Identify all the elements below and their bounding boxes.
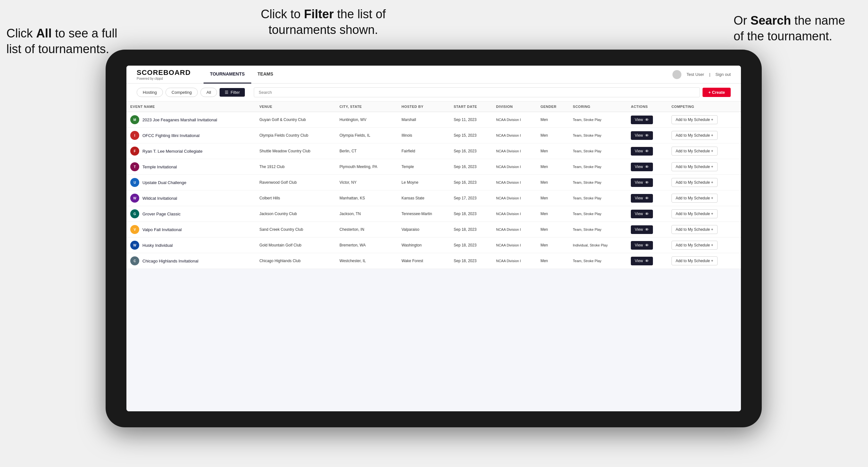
cell-division-5: NCAA Division I — [492, 190, 537, 206]
table-header-row: EVENT NAME VENUE CITY, STATE HOSTED BY S… — [126, 101, 741, 112]
add-schedule-button-0[interactable]: Add to My Schedule + — [672, 115, 718, 124]
tab-hosting[interactable]: Hosting — [137, 88, 163, 97]
add-schedule-button-4[interactable]: Add to My Schedule + — [672, 178, 718, 187]
cell-hosted-by-3: Temple — [398, 159, 450, 175]
eye-icon-1: 👁 — [645, 133, 649, 138]
cell-city-state-9: Westchester, IL — [336, 253, 398, 269]
add-schedule-label-0: Add to My Schedule + — [676, 118, 713, 122]
cell-venue-4: Ravenwood Golf Club — [255, 175, 335, 190]
cell-event-name-2: F Ryan T. Lee Memorial Collegiate — [126, 144, 255, 159]
cell-event-name-4: U Upstate Dual Challenge — [126, 175, 255, 190]
view-label-8: View — [635, 243, 643, 247]
cell-competing-9: Add to My Schedule + — [668, 253, 741, 269]
add-schedule-button-1[interactable]: Add to My Schedule + — [672, 131, 718, 140]
nav-links: TOURNAMENTS TEAMS — [204, 66, 673, 84]
table-row: I OFCC Fighting Illini Invitational Olym… — [126, 128, 741, 144]
add-schedule-button-6[interactable]: Add to My Schedule + — [672, 209, 718, 218]
sign-out-link[interactable]: Sign out — [715, 72, 731, 77]
cell-city-state-3: Plymouth Meeting, PA — [336, 159, 398, 175]
cell-actions-8: View 👁 — [627, 238, 668, 253]
cell-city-state-4: Victor, NY — [336, 175, 398, 190]
cell-actions-5: View 👁 — [627, 190, 668, 206]
add-schedule-button-7[interactable]: Add to My Schedule + — [672, 225, 718, 234]
tab-all[interactable]: All — [200, 88, 217, 97]
cell-gender-2: Men — [537, 144, 569, 159]
view-label-7: View — [635, 227, 643, 232]
view-button-0[interactable]: View 👁 — [631, 116, 653, 124]
add-schedule-label-3: Add to My Schedule + — [676, 164, 713, 169]
col-division: DIVISION — [492, 101, 537, 112]
cell-venue-7: Sand Creek Country Club — [255, 222, 335, 238]
view-button-4[interactable]: View 👁 — [631, 178, 653, 187]
search-input[interactable] — [254, 87, 700, 97]
cell-division-3: NCAA Division I — [492, 159, 537, 175]
view-button-3[interactable]: View 👁 — [631, 163, 653, 171]
table-row: G Grover Page Classic Jackson Country Cl… — [126, 206, 741, 222]
cell-division-1: NCAA Division I — [492, 128, 537, 144]
cell-gender-0: Men — [537, 112, 569, 128]
event-name-text-9: Chicago Highlands Invitational — [143, 259, 198, 263]
cell-hosted-by-4: Le Moyne — [398, 175, 450, 190]
tab-competing[interactable]: Competing — [165, 88, 198, 97]
table-row: U Upstate Dual Challenge Ravenwood Golf … — [126, 175, 741, 190]
table-row: M 2023 Joe Feaganes Marshall Invitationa… — [126, 112, 741, 128]
view-label-4: View — [635, 180, 643, 185]
view-button-1[interactable]: View 👁 — [631, 131, 653, 140]
add-schedule-button-2[interactable]: Add to My Schedule + — [672, 147, 718, 156]
add-schedule-button-3[interactable]: Add to My Schedule + — [672, 162, 718, 171]
view-button-5[interactable]: View 👁 — [631, 194, 653, 203]
filter-button[interactable]: ☰ Filter — [220, 88, 245, 97]
nav-link-tournaments[interactable]: TOURNAMENTS — [204, 66, 251, 84]
team-logo-5: W — [130, 194, 139, 203]
cell-hosted-by-0: Marshall — [398, 112, 450, 128]
cell-actions-7: View 👁 — [627, 222, 668, 238]
add-schedule-button-9[interactable]: Add to My Schedule + — [672, 256, 718, 266]
cell-event-name-7: V Valpo Fall Invitational — [126, 222, 255, 238]
nav-right: Test User | Sign out — [673, 70, 731, 79]
add-schedule-button-5[interactable]: Add to My Schedule + — [672, 194, 718, 203]
cell-division-9: NCAA Division I — [492, 253, 537, 269]
cell-event-name-8: W Husky Individual — [126, 238, 255, 253]
view-button-7[interactable]: View 👁 — [631, 225, 653, 234]
col-scoring: SCORING — [569, 101, 627, 112]
view-button-2[interactable]: View 👁 — [631, 147, 653, 156]
cell-scoring-2: Team, Stroke Play — [569, 144, 627, 159]
tablet-frame: SCOREBOARD Powered by clippd TOURNAMENTS… — [105, 50, 762, 427]
cell-hosted-by-1: Illinois — [398, 128, 450, 144]
view-button-9[interactable]: View 👁 — [631, 257, 653, 266]
logo-area: SCOREBOARD Powered by clippd — [137, 68, 191, 80]
eye-icon-6: 👁 — [645, 212, 649, 216]
event-name-text-2: Ryan T. Lee Memorial Collegiate — [143, 149, 203, 154]
cell-city-state-0: Huntington, WV — [336, 112, 398, 128]
logo-text: SCOREBOARD — [137, 68, 191, 77]
cell-competing-7: Add to My Schedule + — [668, 222, 741, 238]
cell-event-name-0: M 2023 Joe Feaganes Marshall Invitationa… — [126, 112, 255, 128]
nav-link-teams[interactable]: TEAMS — [251, 66, 280, 84]
cell-competing-3: Add to My Schedule + — [668, 159, 741, 175]
cell-gender-9: Men — [537, 253, 569, 269]
table-row: T Temple Invitational The 1912 Club Plym… — [126, 159, 741, 175]
eye-icon-7: 👁 — [645, 227, 649, 232]
create-button[interactable]: + Create — [703, 88, 731, 97]
view-button-8[interactable]: View 👁 — [631, 241, 653, 250]
nav-separator: | — [709, 72, 710, 77]
view-button-6[interactable]: View 👁 — [631, 210, 653, 218]
view-label-9: View — [635, 259, 643, 263]
event-name-text-8: Husky Individual — [143, 243, 173, 248]
eye-icon-3: 👁 — [645, 164, 649, 169]
cell-competing-6: Add to My Schedule + — [668, 206, 741, 222]
cell-scoring-3: Team, Stroke Play — [569, 159, 627, 175]
col-event-name: EVENT NAME — [126, 101, 255, 112]
add-schedule-button-8[interactable]: Add to My Schedule + — [672, 241, 718, 250]
filter-label: Filter — [230, 90, 240, 95]
cell-division-4: NCAA Division I — [492, 175, 537, 190]
cell-hosted-by-2: Fairfield — [398, 144, 450, 159]
logo-sub: Powered by clippd — [137, 77, 191, 80]
cell-city-state-1: Olympia Fields, IL — [336, 128, 398, 144]
cell-competing-2: Add to My Schedule + — [668, 144, 741, 159]
cell-city-state-2: Berlin, CT — [336, 144, 398, 159]
cell-venue-1: Olympia Fields Country Club — [255, 128, 335, 144]
cell-venue-9: Chicago Highlands Club — [255, 253, 335, 269]
view-label-0: View — [635, 118, 643, 122]
cell-competing-0: Add to My Schedule + — [668, 112, 741, 128]
